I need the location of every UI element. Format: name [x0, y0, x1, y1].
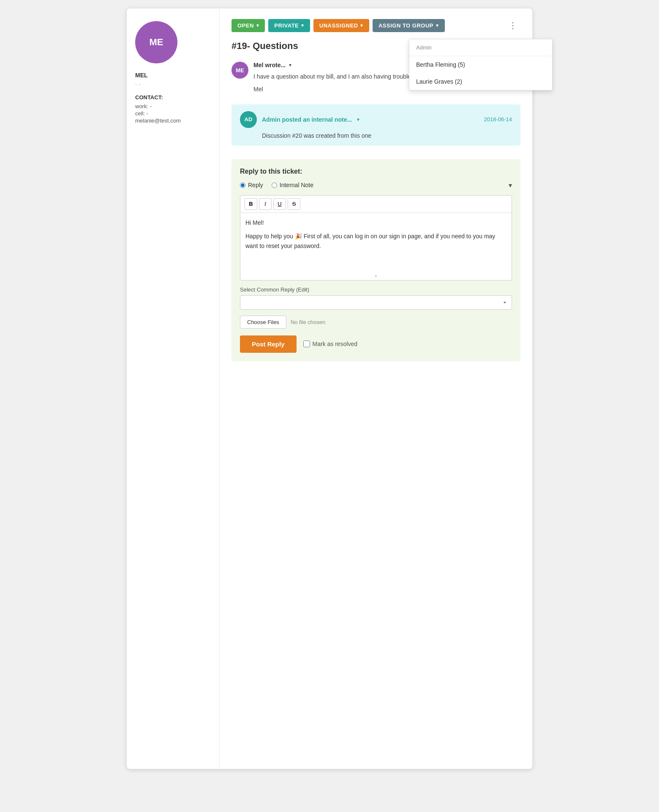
collapse-icon[interactable]: ▾ [509, 181, 512, 189]
internal-note-radio-label: Internal Note [280, 182, 313, 188]
contact-email: melanie@test.com [135, 117, 211, 124]
italic-button[interactable]: I [259, 198, 272, 210]
internal-note-radio-group[interactable]: Internal Note [272, 182, 313, 188]
open-button[interactable]: OPEN [231, 19, 265, 32]
contact-label: CONTACT: [135, 94, 211, 101]
underline-button[interactable]: U [273, 198, 286, 210]
reply-radio[interactable] [240, 183, 245, 188]
note-avatar: AD [240, 111, 257, 128]
reply-radio-label: Reply [248, 182, 263, 188]
assign-to-group-button[interactable]: ASSIGN TO GROUP [373, 19, 445, 32]
reply-radio-group[interactable]: Reply [240, 182, 263, 188]
reply-section: Reply to this ticket: Reply Internal Not… [231, 159, 520, 361]
bold-button[interactable]: B [245, 198, 257, 210]
dropdown-item-bertha[interactable]: Bertha Fleming (5) [409, 56, 552, 73]
editor-line-2: Happy to help you 🎉 First of all, you ca… [245, 232, 507, 251]
note-date: 2018-06-14 [484, 116, 512, 123]
no-file-text: No file chosen [291, 319, 325, 325]
more-options-icon[interactable]: ⋮ [505, 19, 520, 32]
editor-resize-handle[interactable]: ≡ [240, 272, 512, 280]
reply-title: Reply to this ticket: [240, 168, 512, 175]
contact-cell: cell: - [135, 110, 211, 117]
assign-dropdown: Admin Bertha Fleming (5) Laurie Graves (… [409, 39, 553, 90]
unassigned-button[interactable]: UNASSIGNED [313, 19, 369, 32]
message-avatar: ME [231, 62, 248, 79]
avatar-initials: ME [150, 37, 163, 48]
message-author: Mel wrote... [253, 62, 286, 68]
post-row: Post Reply Mark as resolved [240, 335, 512, 353]
avatar: ME [135, 21, 177, 63]
mark-resolved-label: Mark as resolved [313, 341, 358, 347]
note-text: Discussion #20 was created from this one [240, 132, 512, 139]
editor-line-1: Hi Mel! [245, 218, 507, 227]
editor-container: B I U S Hi Mel! Happy to help you 🎉 Firs… [240, 195, 512, 281]
mark-resolved-checkbox[interactable] [303, 341, 310, 347]
post-reply-button[interactable]: Post Reply [240, 335, 297, 353]
file-row: Choose Files No file chosen [240, 316, 512, 329]
reply-options: Reply Internal Note ▾ [240, 181, 512, 189]
editor-body[interactable]: Hi Mel! Happy to help you 🎉 First of all… [240, 213, 512, 272]
user-dash: - - [135, 81, 211, 87]
toolbar: OPEN PRIVATE UNASSIGNED ASSIGN TO GROUP … [231, 19, 520, 32]
internal-note-radio[interactable] [272, 183, 277, 188]
dropdown-item-laurie[interactable]: Laurie Graves (2) [409, 73, 552, 90]
user-name: MEL [135, 72, 211, 79]
choose-files-button[interactable]: Choose Files [240, 316, 286, 329]
sidebar: ME MEL - - CONTACT: work: - cell: - mela… [127, 8, 220, 769]
strikethrough-button[interactable]: S [288, 198, 300, 210]
mark-resolved-group: Mark as resolved [303, 341, 358, 347]
contact-work: work: - [135, 103, 211, 109]
note-caret: ▾ [357, 117, 359, 123]
private-button[interactable]: PRIVATE [268, 19, 310, 32]
editor-toolbar: B I U S [240, 196, 512, 213]
common-reply-select[interactable] [240, 295, 512, 310]
message-caret: ▾ [289, 62, 291, 68]
dropdown-header: Admin [409, 39, 552, 56]
common-reply-label: Select Common Reply (Edit) [240, 286, 512, 293]
note-author: Admin posted an internal note... [262, 116, 352, 123]
main-content: OPEN PRIVATE UNASSIGNED ASSIGN TO GROUP … [220, 8, 532, 769]
internal-note-block: AD Admin posted an internal note... ▾ 20… [231, 104, 520, 146]
